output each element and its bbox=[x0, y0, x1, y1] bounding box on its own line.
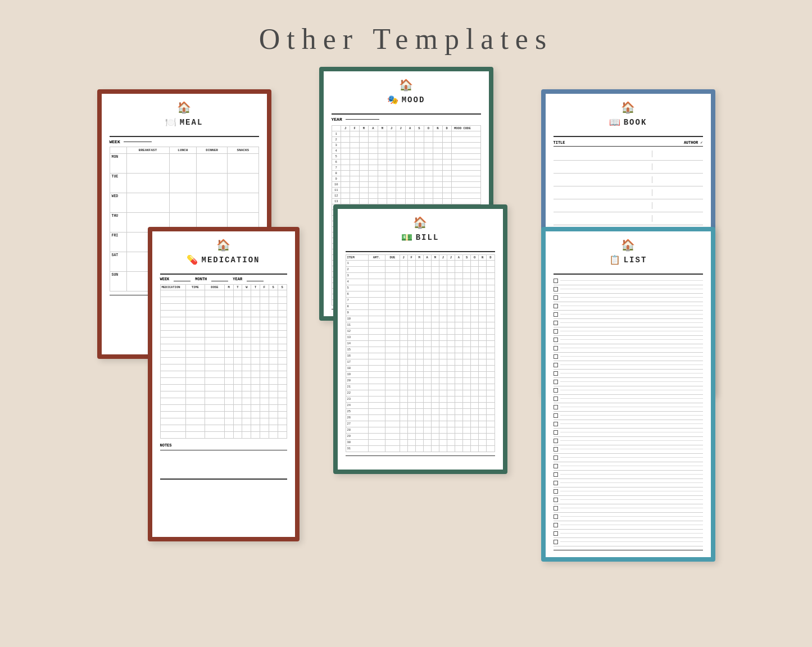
table-row: 31 bbox=[346, 445, 495, 452]
list-checkbox[interactable] bbox=[554, 498, 558, 502]
list-checkbox[interactable] bbox=[554, 531, 558, 536]
list-checkbox[interactable] bbox=[554, 397, 558, 401]
med-notes-space bbox=[160, 453, 287, 475]
list-item bbox=[554, 277, 703, 285]
list-line bbox=[560, 516, 703, 517]
table-row: 30 bbox=[346, 439, 495, 445]
list-item bbox=[554, 412, 703, 420]
table-row: 26 bbox=[346, 414, 495, 421]
mood-icon: 🎭 bbox=[387, 94, 398, 106]
list-checkbox[interactable] bbox=[554, 363, 558, 367]
book-card-header: 🏠 📖 BOOK bbox=[554, 101, 703, 131]
list-checkbox[interactable] bbox=[554, 464, 558, 468]
list-checkbox[interactable] bbox=[554, 523, 558, 527]
bill-col-m2: M bbox=[431, 254, 439, 260]
bill-bottom-line bbox=[346, 455, 495, 457]
list-item bbox=[554, 530, 703, 538]
list-item bbox=[554, 148, 703, 161]
list-item bbox=[554, 294, 703, 302]
list-checkbox[interactable] bbox=[554, 388, 558, 393]
mood-home-icon: 🏠 bbox=[399, 78, 413, 92]
table-row: 11 bbox=[346, 322, 495, 328]
list-checkbox[interactable] bbox=[554, 422, 558, 426]
table-row: 5 bbox=[332, 153, 480, 159]
medication-card: 🏠 💊 MEDICATION WEEK MONTH YEAR bbox=[148, 227, 300, 541]
book-col-title: TITLE bbox=[554, 140, 565, 145]
list-checkbox[interactable] bbox=[554, 489, 558, 494]
list-checkbox[interactable] bbox=[554, 413, 558, 418]
list-checkbox[interactable] bbox=[554, 312, 558, 317]
table-row: 10 bbox=[332, 181, 480, 187]
list-checkbox[interactable] bbox=[554, 540, 558, 544]
list-checkbox[interactable] bbox=[554, 472, 558, 477]
med-col-f: F bbox=[260, 284, 269, 290]
mood-title: MOOD bbox=[402, 95, 425, 104]
med-title: MEDICATION bbox=[201, 256, 260, 265]
mood-col-f: F bbox=[350, 125, 359, 131]
table-row: 22 bbox=[346, 390, 495, 396]
list-checkbox[interactable] bbox=[554, 295, 558, 300]
med-col-medication: MEDICATION bbox=[160, 284, 185, 290]
mood-col-m1: M bbox=[359, 125, 368, 131]
list-line bbox=[560, 348, 703, 348]
list-checkbox[interactable] bbox=[554, 380, 558, 384]
list-checkbox[interactable] bbox=[554, 371, 558, 376]
home-icon: 🏠 bbox=[177, 101, 191, 115]
mood-col-n: N bbox=[433, 125, 442, 131]
list-checkbox[interactable] bbox=[554, 405, 558, 409]
list-checkbox[interactable] bbox=[554, 455, 558, 460]
mood-col-j1: J bbox=[341, 125, 350, 131]
meal-col-lunch: LUNCH bbox=[169, 147, 196, 153]
med-month-label: MONTH bbox=[195, 277, 207, 281]
list-item bbox=[554, 471, 703, 479]
list-item bbox=[554, 199, 703, 212]
meal-col-empty bbox=[110, 147, 126, 153]
list-card: 🏠 📋 LIST bbox=[541, 227, 715, 562]
table-row: 8 bbox=[332, 170, 480, 176]
meal-week-row: WEEK bbox=[110, 139, 259, 144]
list-item bbox=[554, 496, 703, 504]
list-checkbox[interactable] bbox=[554, 287, 558, 291]
list-checkbox[interactable] bbox=[554, 338, 558, 342]
med-week-label: WEEK bbox=[160, 277, 170, 281]
list-line bbox=[560, 390, 703, 390]
row2: 🏠 💊 MEDICATION WEEK MONTH YEAR bbox=[97, 238, 715, 562]
list-card-col: 🏠 📋 LIST bbox=[541, 261, 715, 562]
list-checkbox[interactable] bbox=[554, 321, 558, 325]
list-checkbox[interactable] bbox=[554, 430, 558, 435]
book-icon: 📖 bbox=[609, 117, 620, 128]
list-checkbox[interactable] bbox=[554, 506, 558, 511]
mood-year-label: YEAR bbox=[332, 117, 342, 122]
list-checkbox[interactable] bbox=[554, 279, 558, 283]
list-checkbox[interactable] bbox=[554, 346, 558, 350]
table-row: 25 bbox=[346, 408, 495, 414]
list-checkbox[interactable] bbox=[554, 304, 558, 308]
list-line bbox=[560, 398, 703, 399]
meal-icon: 🍽️ bbox=[165, 117, 176, 128]
list-line bbox=[560, 525, 703, 525]
list-item bbox=[554, 386, 703, 395]
mood-col-a1: A bbox=[369, 125, 378, 131]
list-checkbox[interactable] bbox=[554, 481, 558, 485]
list-checkbox[interactable] bbox=[554, 447, 558, 452]
meal-week-line bbox=[124, 142, 152, 142]
list-checkbox[interactable] bbox=[554, 329, 558, 334]
table-row: 8 bbox=[346, 303, 495, 309]
list-checkbox[interactable] bbox=[554, 439, 558, 443]
table-row: 6 bbox=[332, 159, 480, 165]
mood-card-header: 🏠 🎭 MOOD bbox=[332, 78, 481, 109]
table-row: 18 bbox=[346, 365, 495, 371]
mood-col-o: O bbox=[424, 125, 433, 131]
list-line bbox=[560, 466, 703, 466]
table-row bbox=[160, 384, 287, 391]
list-checkbox[interactable] bbox=[554, 354, 558, 359]
meal-divider bbox=[110, 136, 259, 137]
mood-year-row: YEAR bbox=[332, 117, 481, 122]
table-row: 5 bbox=[346, 285, 495, 291]
med-col-w: W bbox=[242, 284, 251, 290]
list-checkbox[interactable] bbox=[554, 514, 558, 519]
med-notes-label: NOTES bbox=[160, 443, 287, 448]
table-row bbox=[160, 425, 287, 431]
table-row: 10 bbox=[346, 316, 495, 322]
book-home-icon: 🏠 bbox=[621, 101, 635, 115]
